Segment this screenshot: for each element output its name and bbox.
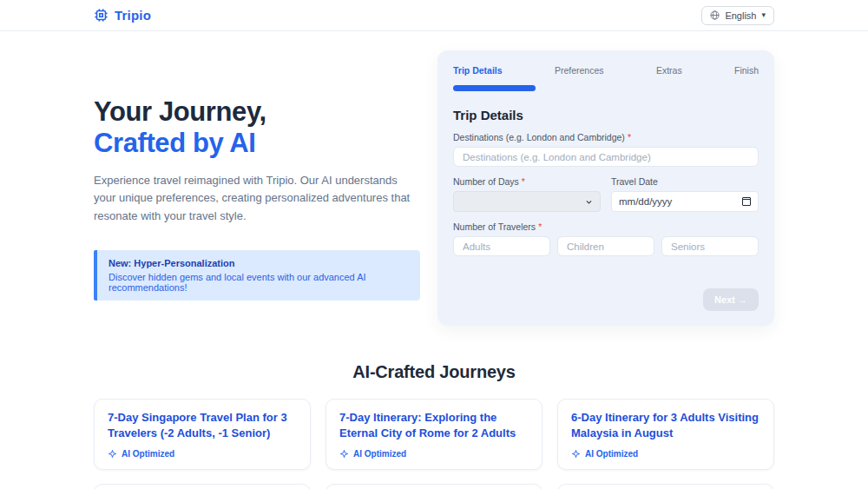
travel-date-input[interactable]: mm/dd/yyyy — [611, 191, 759, 212]
days-select[interactable] — [453, 191, 601, 212]
next-button[interactable]: Next → — [703, 288, 759, 311]
ai-optimized-badge: AI Optimized — [571, 449, 760, 459]
adults-input[interactable] — [453, 236, 550, 256]
journeys-section: AI-Crafted Journeys 7-Day Singapore Trav… — [0, 362, 868, 489]
required-asterisk: * — [522, 176, 525, 187]
wizard-heading: Trip Details — [453, 108, 759, 122]
hero-section: Your Journey, Crafted by AI Experience t… — [0, 31, 868, 326]
step-trip-details[interactable]: Trip Details — [453, 65, 503, 76]
days-label: Number of Days* — [453, 176, 601, 187]
required-asterisk: * — [538, 221, 542, 232]
ai-optimized-badge: AI Optimized — [108, 449, 297, 459]
language-label: English — [725, 10, 756, 21]
promo-title: New: Hyper-Personalization — [108, 258, 409, 268]
travel-date-label: Travel Date — [611, 176, 759, 187]
top-nav: Tripio English ▾ — [0, 0, 868, 31]
wizard-steps: Trip Details Preferences Extras Finish — [453, 65, 759, 76]
arrow-right-icon: → — [738, 294, 747, 305]
step-finish[interactable]: Finish — [734, 65, 759, 76]
trip-wizard-card: Trip Details Preferences Extras Finish T… — [437, 50, 774, 326]
title-line-2: Crafted by AI — [94, 128, 256, 158]
travelers-label: Number of Travelers* — [453, 221, 759, 232]
date-value: mm/dd/yyyy — [619, 196, 672, 207]
journey-title[interactable]: 6-Day Itinerary for 3 Adults Visiting Ma… — [571, 410, 760, 442]
required-asterisk: * — [628, 132, 631, 142]
journeys-heading: AI-Crafted Journeys — [94, 362, 774, 382]
promo-callout: New: Hyper-Personalization Discover hidd… — [94, 250, 420, 301]
sparkles-icon — [339, 449, 349, 459]
app-name: Tripio — [115, 8, 151, 23]
title-line-1: Your Journey, — [94, 96, 266, 127]
seniors-input[interactable] — [661, 236, 759, 256]
journey-card[interactable]: 6-Day Itinerary for 3 Adults Visiting Ma… — [557, 399, 774, 470]
chevron-down-icon — [585, 198, 593, 206]
calendar-icon[interactable] — [742, 197, 751, 206]
journey-card[interactable]: 7-Day Itinerary in Rio de Janeiro for 2 … — [94, 484, 311, 489]
sparkles-icon — [571, 449, 581, 459]
chevron-down-icon: ▾ — [761, 11, 766, 19]
step-preferences[interactable]: Preferences — [555, 65, 604, 76]
journey-card[interactable]: 7-Day Itinerary: Exploring the Eternal C… — [326, 399, 542, 470]
progress-bar — [453, 85, 536, 91]
app-logo[interactable]: Tripio — [94, 8, 151, 23]
chip-icon — [94, 8, 108, 23]
page-title: Your Journey, Crafted by AI — [94, 96, 428, 159]
ai-optimized-badge: AI Optimized — [339, 449, 529, 459]
journey-card[interactable]: Discover Historical Hill Towns: A 7-Day … — [557, 484, 774, 489]
children-input[interactable] — [557, 236, 654, 256]
journey-title[interactable]: 7-Day Itinerary: Exploring the Eternal C… — [339, 410, 529, 442]
journey-title[interactable]: 7-Day Singapore Travel Plan for 3 Travel… — [108, 410, 297, 442]
destinations-input[interactable] — [453, 147, 759, 167]
globe-icon — [710, 10, 720, 20]
journeys-grid: 7-Day Singapore Travel Plan for 3 Travel… — [94, 399, 774, 489]
journey-card[interactable]: 7-Day Singapore Travel Plan for 3 Travel… — [94, 399, 311, 470]
step-extras[interactable]: Extras — [656, 65, 682, 76]
sparkles-icon — [108, 449, 117, 459]
language-selector[interactable]: English ▾ — [701, 6, 774, 25]
destinations-label: Destinations (e.g. London and Cambridge)… — [453, 132, 759, 142]
journey-card[interactable]: 7-Day Spain Itinerary for 2 Adults to Ma… — [326, 484, 542, 489]
hero-description: Experience travel reimagined with Tripio… — [94, 172, 419, 226]
promo-body: Discover hidden gems and local events wi… — [108, 272, 409, 293]
